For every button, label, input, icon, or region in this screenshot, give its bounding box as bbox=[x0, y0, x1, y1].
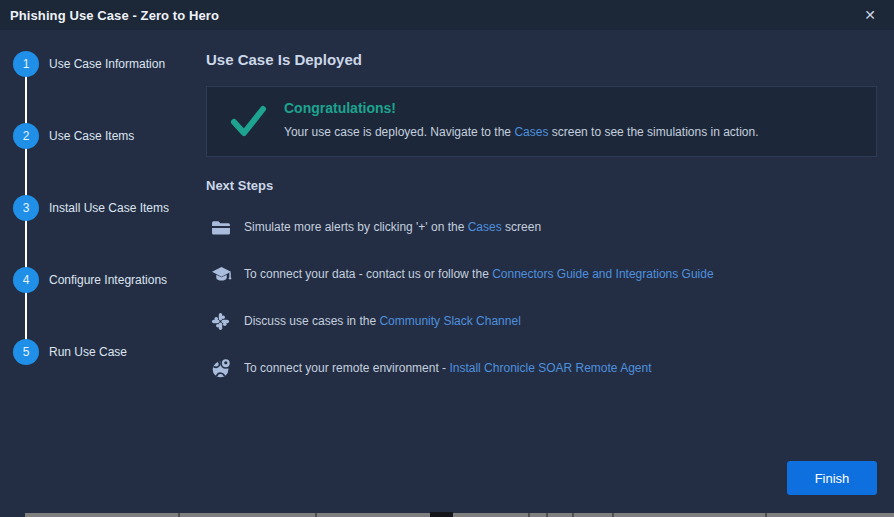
background-page-edge bbox=[25, 513, 894, 517]
next-step-row-community-slack: Discuss use cases in the Community Slack… bbox=[206, 309, 521, 333]
connectors-guide-link[interactable]: Connectors Guide and Integrations Guide bbox=[492, 267, 713, 281]
tick-mark bbox=[572, 513, 574, 517]
text-segment: To connect your data - contact us or fol… bbox=[244, 267, 492, 281]
next-step-text: To connect your remote environment - Ins… bbox=[244, 361, 652, 375]
slack-icon bbox=[206, 312, 244, 331]
congratulations-message: Your use case is deployed. Navigate to t… bbox=[284, 125, 759, 139]
tick-mark bbox=[612, 513, 614, 517]
remote-agent-link[interactable]: Install Chronicle SOAR Remote Agent bbox=[449, 361, 651, 375]
wizard-step-configure-integrations[interactable]: 4 Configure Integrations bbox=[13, 267, 167, 293]
cases-link[interactable]: Cases bbox=[514, 125, 548, 139]
next-step-text: To connect your data - contact us or fol… bbox=[244, 267, 714, 281]
wizard-step-install-use-case-items[interactable]: 3 Install Use Case Items bbox=[13, 195, 169, 221]
finish-button[interactable]: Finish bbox=[787, 461, 877, 495]
folder-icon bbox=[206, 219, 244, 236]
wizard-step-use-case-items[interactable]: 2 Use Case Items bbox=[13, 123, 134, 149]
step-number-badge: 2 bbox=[13, 123, 39, 149]
tick-mark bbox=[528, 513, 530, 517]
dialog-titlebar: Phishing Use Case - Zero to Hero ✕ bbox=[0, 0, 894, 30]
step-label: Use Case Information bbox=[49, 57, 165, 71]
page-title: Use Case Is Deployed bbox=[206, 51, 362, 68]
close-icon[interactable]: ✕ bbox=[858, 6, 882, 24]
step-number-badge: 3 bbox=[13, 195, 39, 221]
next-step-row-simulate-alerts: Simulate more alerts by clicking '+' on … bbox=[206, 215, 541, 239]
next-step-row-remote-agent: To connect your remote environment - Ins… bbox=[206, 356, 652, 380]
next-step-text: Discuss use cases in the Community Slack… bbox=[244, 314, 521, 328]
globe-pin-icon bbox=[206, 357, 244, 379]
congratulations-banner: Congratulations! Your use case is deploy… bbox=[206, 86, 877, 157]
wizard-step-use-case-information[interactable]: 1 Use Case Information bbox=[13, 51, 165, 77]
step-label: Install Use Case Items bbox=[49, 201, 169, 215]
text-segment: To connect your remote environment - bbox=[244, 361, 449, 375]
congratulations-title: Congratulations! bbox=[284, 100, 396, 116]
step-number-badge: 5 bbox=[13, 339, 39, 365]
community-slack-link[interactable]: Community Slack Channel bbox=[379, 314, 520, 328]
text-segment: Discuss use cases in the bbox=[244, 314, 379, 328]
message-text: Your use case is deployed. Navigate to t… bbox=[284, 125, 514, 139]
tick-mark bbox=[765, 513, 767, 517]
tick-mark bbox=[178, 513, 180, 517]
next-step-text: Simulate more alerts by clicking '+' on … bbox=[244, 220, 541, 234]
checkmark-icon bbox=[230, 104, 268, 138]
step-number-badge: 1 bbox=[13, 51, 39, 77]
scrollbar-thumb bbox=[430, 512, 453, 517]
graduation-cap-icon bbox=[206, 265, 244, 284]
cases-link[interactable]: Cases bbox=[468, 220, 502, 234]
next-steps-heading: Next Steps bbox=[206, 178, 273, 193]
use-case-wizard-dialog: Phishing Use Case - Zero to Hero ✕ 1 Use… bbox=[0, 0, 894, 517]
tick-mark bbox=[546, 513, 548, 517]
step-label: Use Case Items bbox=[49, 129, 134, 143]
dialog-title: Phishing Use Case - Zero to Hero bbox=[10, 8, 219, 23]
message-text: screen to see the simulations in action. bbox=[548, 125, 758, 139]
step-number-badge: 4 bbox=[13, 267, 39, 293]
step-label: Run Use Case bbox=[49, 345, 127, 359]
text-segment: Simulate more alerts by clicking '+' on … bbox=[244, 220, 468, 234]
step-label: Configure Integrations bbox=[49, 273, 167, 287]
text-segment: screen bbox=[502, 220, 541, 234]
wizard-step-run-use-case[interactable]: 5 Run Use Case bbox=[13, 339, 127, 365]
tick-mark bbox=[315, 513, 317, 517]
next-step-row-connect-data: To connect your data - contact us or fol… bbox=[206, 262, 714, 286]
